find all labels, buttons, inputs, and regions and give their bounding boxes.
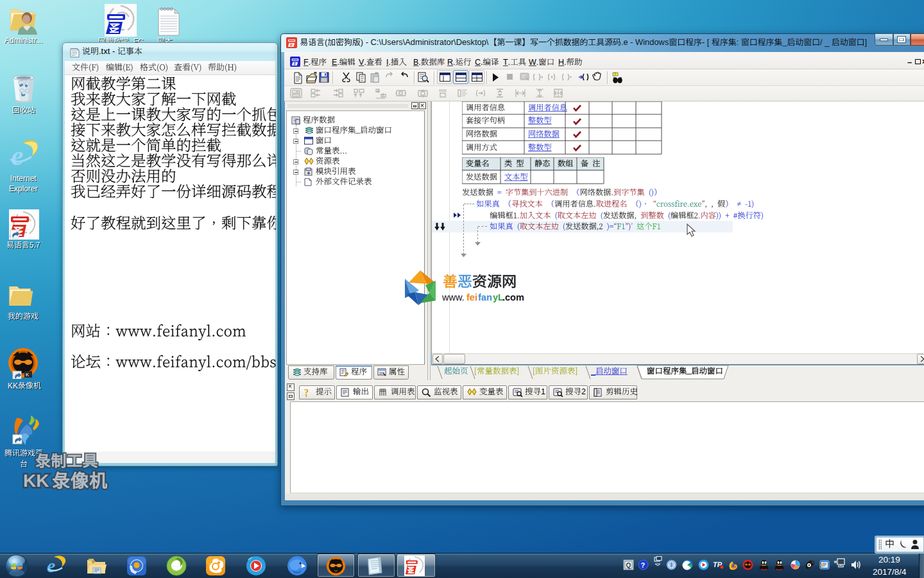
- svg-text:I: I: [386, 58, 388, 67]
- svg-text:(: (: [325, 37, 328, 47]
- svg-text:- [: - [: [702, 37, 710, 47]
- svg-text:?: ?: [641, 561, 646, 569]
- svg-text:?: ?: [614, 72, 617, 76]
- svg-text:.e - Windows: .e - Windows: [621, 37, 669, 47]
- svg-text:Explorer: Explorer: [9, 184, 38, 193]
- svg-text:T: T: [503, 58, 508, 67]
- svg-text:F: F: [304, 58, 309, 67]
- svg-text:.: .: [388, 58, 390, 67]
- svg-text:KK: KK: [23, 471, 49, 491]
- svg-text:Internet: Internet: [10, 174, 37, 183]
- svg-text:) - C:\Users\Administrator\Des: ) - C:\Users\Administrator\Desktop\: [361, 37, 489, 47]
- svg-text:_: _: [590, 367, 596, 376]
- svg-text:.: .: [481, 58, 483, 67]
- svg-text:V: V: [359, 58, 364, 67]
- svg-text:Q: Q: [626, 562, 631, 569]
- svg-text:W: W: [529, 58, 536, 67]
- svg-text:e: e: [47, 555, 55, 576]
- svg-text:.: .: [418, 58, 420, 67]
- svg-text:/ _: / _: [820, 37, 830, 47]
- svg-text:.: .: [508, 58, 510, 67]
- svg-text:.: .: [364, 58, 366, 67]
- svg-text:.: .: [564, 58, 566, 67]
- svg-text:H: H: [558, 58, 564, 67]
- svg-text:.: .: [453, 58, 455, 67]
- svg-text:B: B: [413, 58, 418, 67]
- svg-text:E: E: [332, 58, 337, 67]
- svg-text:KK: KK: [8, 381, 18, 390]
- svg-text:C: C: [475, 58, 481, 67]
- svg-text:2: 2: [581, 387, 586, 396]
- svg-text:.: .: [309, 58, 311, 67]
- svg-text:1: 1: [541, 387, 545, 396]
- svg-text:]: ]: [865, 37, 868, 47]
- svg-text:.: .: [337, 58, 339, 67]
- svg-text:.: .: [536, 58, 538, 67]
- svg-text:.txt -: .txt -: [99, 46, 115, 56]
- svg-text:K: K: [26, 372, 30, 378]
- svg-text::: :: [737, 37, 739, 47]
- svg-text:e: e: [11, 140, 24, 171]
- svg-text:Administr...: Administr...: [4, 36, 42, 45]
- svg-text:R: R: [447, 58, 453, 67]
